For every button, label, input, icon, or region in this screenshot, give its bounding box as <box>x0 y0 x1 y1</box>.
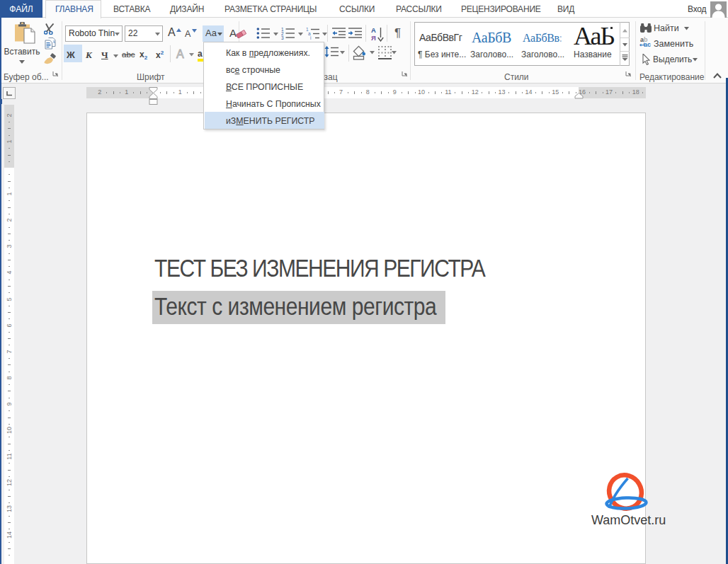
svg-text:3: 3 <box>281 35 284 40</box>
svg-text:i: i <box>310 35 311 40</box>
